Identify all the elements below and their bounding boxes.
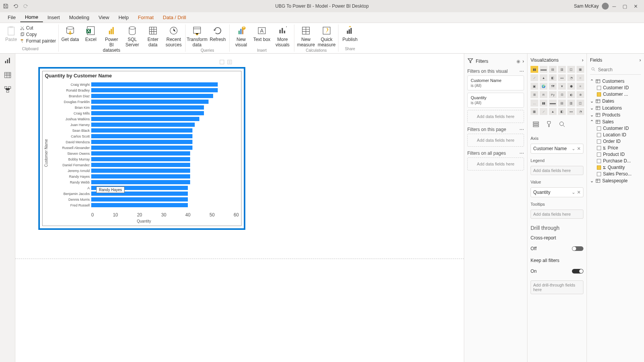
sql-server-button[interactable]: SQL Server [123, 25, 141, 48]
viz-type-tile[interactable]: ≡ [577, 83, 584, 90]
page-filter-drop[interactable]: Add data fields here [467, 134, 524, 147]
ellipsis-icon[interactable]: ⋯ [519, 69, 524, 74]
publish-button[interactable]: Publish [341, 25, 359, 42]
refresh-button[interactable]: Refresh [209, 25, 227, 42]
table-header[interactable]: ⌄Salespeople [590, 178, 641, 183]
checkbox[interactable] [597, 165, 601, 170]
menu-insert[interactable]: Insert [43, 13, 65, 22]
table-header[interactable]: ⌄Products [590, 112, 641, 118]
bar-row[interactable]: Jeremy Arnold [49, 168, 239, 174]
drill-through-well[interactable]: Add drill-through fields here [531, 280, 583, 294]
keep-filters-toggle[interactable] [572, 269, 583, 274]
checkbox[interactable] [597, 159, 601, 163]
user-area[interactable]: Sam McKay [574, 3, 609, 10]
field-item[interactable]: ΣQuantity [597, 165, 641, 170]
field-item[interactable]: ΣPrice [597, 145, 641, 151]
visual-options-icon[interactable] [227, 59, 232, 66]
quick-measure-button[interactable]: Quick measure [317, 25, 336, 48]
bar-row[interactable]: Craig Mills [49, 110, 239, 116]
viz-type-tile[interactable]: ⊡ [558, 91, 566, 98]
menu-format[interactable]: Format [133, 13, 158, 22]
bar-row[interactable]: Fred Russell [49, 202, 239, 208]
bar-row[interactable]: Benjamin Jacobs [49, 191, 239, 197]
table-header[interactable]: ⌃Sales [590, 119, 641, 124]
save-icon[interactable] [3, 3, 8, 9]
bar-row[interactable]: Randy Hayes [49, 174, 239, 179]
axis-well[interactable]: Customer Name⌄✕ [531, 144, 583, 154]
viz-type-tile[interactable]: R [540, 91, 547, 98]
field-item[interactable]: Sales Perso... [597, 171, 641, 177]
field-item[interactable]: Customer ID [597, 85, 641, 90]
visual-filter-drop[interactable]: Add data fields here [467, 110, 524, 123]
bar-row[interactable]: Steven Owens [49, 151, 239, 156]
collapse-pane-icon[interactable]: › [522, 59, 524, 64]
close-icon[interactable]: ✕ [630, 3, 641, 9]
bar-row[interactable]: Brian Kim [49, 105, 239, 110]
viz-type-tile[interactable]: ◔ [567, 74, 575, 81]
more-visuals-button[interactable]: ⋯More visuals [273, 25, 292, 48]
table-header[interactable]: ⌄Locations [590, 105, 641, 111]
viz-type-tile[interactable]: ◫ [567, 66, 575, 73]
viz-type-tile[interactable]: ◐ [567, 91, 575, 98]
chevron-down-icon[interactable]: ⌄ [572, 190, 575, 195]
menu-datadrill[interactable]: Data / Drill [158, 13, 191, 22]
viz-type-tile[interactable]: ⊞ [531, 91, 538, 98]
viz-type-tile[interactable]: ▣ [531, 83, 538, 90]
checkbox[interactable] [597, 126, 601, 131]
remove-icon[interactable]: ✕ [577, 190, 581, 195]
bar-row[interactable]: Carlos Scott [49, 133, 239, 139]
checkbox[interactable] [597, 146, 601, 150]
get-data-button[interactable]: Get data [61, 25, 79, 42]
viz-type-tile[interactable]: ⊗ [577, 91, 584, 98]
chart-visual[interactable]: Quantity by Customer Name Customer Name … [38, 67, 245, 230]
field-item[interactable]: Customer ID [597, 126, 641, 131]
chevron-down-icon[interactable]: ⌄ [572, 146, 575, 151]
viz-type-tile[interactable]: ••• [558, 74, 566, 81]
menu-help[interactable]: Help [114, 13, 133, 22]
model-view-icon[interactable] [4, 86, 12, 93]
menu-modeling[interactable]: Modeling [64, 13, 94, 22]
show-filter-icon[interactable]: ◉ [516, 59, 520, 64]
bar-row[interactable]: Russell Alexander [49, 145, 239, 151]
new-visual-button[interactable]: +New visual [232, 25, 250, 48]
redo-icon[interactable] [23, 3, 28, 9]
field-item[interactable]: Purchase D... [597, 158, 641, 164]
bar-row[interactable]: Randy Webb [49, 179, 239, 185]
bar-row[interactable]: Dennis Morris [49, 197, 239, 202]
viz-type-tile[interactable]: ▬▬ [540, 66, 547, 73]
report-view-icon[interactable] [4, 57, 12, 64]
bar-row[interactable]: Douglas Franklin [49, 99, 239, 105]
viz-type-tile[interactable]: ○ [577, 74, 584, 81]
viz-type-tile[interactable]: Py [549, 91, 557, 98]
menu-file[interactable]: File [3, 13, 20, 22]
viz-type-tile[interactable]: ▤ [558, 100, 566, 106]
enter-data-button[interactable]: Enter data [144, 25, 162, 48]
text-box-button[interactable]: AText box [253, 25, 271, 42]
legend-well[interactable]: Add data fields here [531, 166, 583, 175]
viz-type-tile[interactable]: ◧ [549, 74, 557, 81]
undo-icon[interactable] [13, 3, 18, 9]
field-item[interactable]: Product ID [597, 152, 641, 157]
checkbox[interactable] [597, 139, 601, 144]
viz-type-tile[interactable]: ▮▮ [531, 66, 538, 73]
tooltips-well[interactable]: Add data fields here [531, 210, 583, 219]
checkbox[interactable] [597, 172, 601, 176]
checkbox[interactable] [597, 152, 601, 157]
all-filter-drop[interactable]: Add data fields here [467, 157, 524, 170]
field-item[interactable]: Location ID [597, 132, 641, 138]
collapse-pane-icon[interactable]: › [639, 57, 641, 63]
fields-search[interactable] [590, 65, 641, 75]
checkbox[interactable] [597, 86, 601, 90]
ellipsis-icon[interactable]: ⋯ [519, 127, 524, 132]
viz-type-tile[interactable]: ▲ [540, 74, 547, 81]
viz-type-tile[interactable]: ◧ [558, 108, 566, 115]
copy-button[interactable]: Copy [20, 32, 56, 37]
format-painter-button[interactable]: Format painter [20, 38, 56, 44]
new-measure-button[interactable]: New measure [297, 25, 315, 48]
collapse-pane-icon[interactable]: › [582, 57, 583, 63]
viz-type-tile[interactable]: ▬▬ [549, 100, 557, 106]
viz-type-tile[interactable]: ▥ [558, 66, 566, 73]
menu-view[interactable]: View [94, 13, 114, 22]
field-item[interactable]: Order ID [597, 139, 641, 144]
bar-row[interactable]: Bobby Murray [49, 156, 239, 162]
